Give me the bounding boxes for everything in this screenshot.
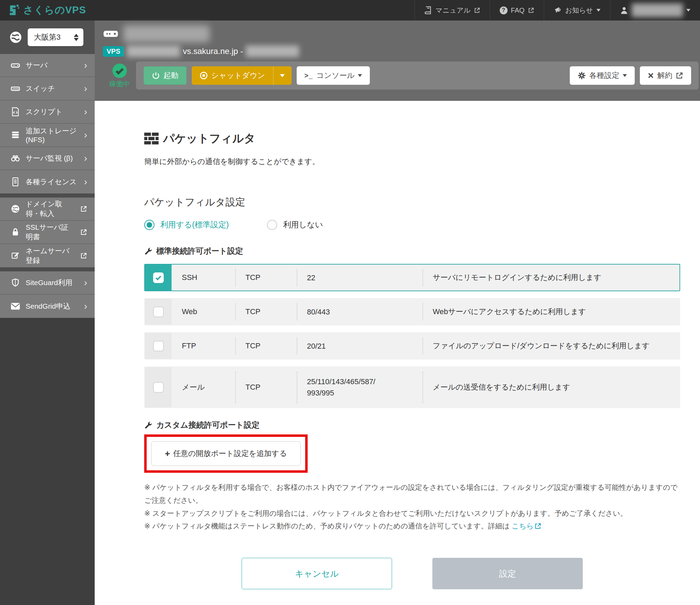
standard-ports-table: SSH TCP 22 サーバにリモートログインするために利用します bbox=[144, 264, 680, 408]
vps-badge: VPS bbox=[103, 46, 124, 57]
brick-wall-icon bbox=[144, 133, 159, 145]
port-numbers: 20/21 bbox=[297, 333, 422, 359]
sidebar-item-nameserver[interactable]: ネームサーバ登録 bbox=[0, 244, 95, 267]
topbar: さくらのVPS マニュアル FAQ bbox=[0, 0, 700, 21]
faq-label: FAQ bbox=[511, 6, 525, 14]
edit-icon bbox=[10, 251, 21, 260]
port-row-ssh[interactable]: SSH TCP 22 サーバにリモートログインするために利用します bbox=[144, 264, 680, 291]
news-menu[interactable]: お知らせ bbox=[544, 0, 610, 21]
chevron-down-icon bbox=[596, 9, 601, 12]
settings-button[interactable]: 各種設定 bbox=[570, 66, 635, 85]
server-toolbar: 稼働中 起動 bbox=[103, 62, 700, 90]
cancel-button[interactable]: キャンセル bbox=[242, 558, 392, 589]
redacted-server-title bbox=[123, 25, 210, 42]
sidebar-item-ssl[interactable]: SSLサーバ証明書 bbox=[0, 221, 95, 244]
checkbox-unchecked-icon[interactable] bbox=[153, 307, 164, 317]
port-row-mail[interactable]: メール TCP 25/110/143/465/587/993/995 メールの送… bbox=[144, 366, 680, 408]
console-button[interactable]: コンソール bbox=[297, 66, 370, 85]
shutdown-menu-button[interactable] bbox=[273, 66, 292, 85]
brand-logo-icon bbox=[7, 4, 20, 17]
gear-icon bbox=[578, 71, 586, 80]
plus-icon bbox=[165, 449, 170, 458]
note-2: ※ スタートアップスクリプトをご利用の場合には、パケットフィルタと合わせてご利用… bbox=[144, 507, 680, 520]
port-numbers: 25/110/143/465/587/993/995 bbox=[297, 367, 422, 407]
sidebar-item-licenses[interactable]: 各種ライセンス bbox=[0, 170, 95, 193]
app-body: 大阪第3 サーバ bbox=[0, 21, 700, 605]
sidebar-item-storage[interactable]: 追加ストレージ(NFS) bbox=[0, 124, 95, 147]
port-description: Webサーバにアクセスするために利用します bbox=[422, 299, 679, 325]
footer-actions: キャンセル 設定 bbox=[144, 558, 680, 589]
chevron-down-icon bbox=[623, 74, 627, 77]
mail-checkbox-cell[interactable] bbox=[145, 367, 172, 407]
external-link-icon bbox=[676, 72, 683, 79]
shutdown-button[interactable]: シャットダウン bbox=[192, 66, 273, 85]
filter-settings-heading: パケットフィルタ設定 bbox=[144, 196, 680, 209]
ftp-checkbox-cell[interactable] bbox=[145, 333, 172, 359]
sidebar-item-sendgrid[interactable]: SendGrid申込 bbox=[0, 295, 95, 318]
port-name: Web bbox=[172, 299, 235, 325]
radio-unselected-icon bbox=[267, 220, 277, 230]
web-checkbox-cell[interactable] bbox=[145, 299, 172, 325]
sidebar-item-script[interactable]: スクリプト bbox=[0, 100, 95, 124]
check-circle-icon bbox=[112, 63, 127, 79]
external-link-icon bbox=[474, 7, 480, 13]
shield-icon bbox=[10, 278, 21, 287]
port-protocol: TCP bbox=[235, 265, 297, 291]
checkbox-checked-icon[interactable] bbox=[153, 272, 164, 283]
action-strip: 起動 シャットダウン bbox=[136, 62, 699, 90]
radio-use-filter[interactable]: 利用する(標準設定) bbox=[144, 219, 229, 230]
chevron-right-icon bbox=[84, 107, 87, 117]
terminal-icon bbox=[305, 72, 313, 80]
sidebar-group-main: サーバ スイッチ bbox=[0, 54, 95, 193]
sidebar-gap bbox=[0, 267, 95, 271]
server-status: 稼働中 bbox=[103, 63, 136, 89]
page: さくらのVPS マニュアル FAQ bbox=[0, 0, 700, 605]
script-file-icon bbox=[10, 107, 21, 117]
radio-selected-icon bbox=[144, 220, 154, 230]
sidebar-fill bbox=[0, 318, 95, 605]
checkbox-unchecked-icon[interactable] bbox=[153, 382, 164, 393]
port-name: FTP bbox=[172, 333, 235, 359]
manual-link[interactable]: マニュアル bbox=[415, 0, 489, 21]
sidebar-item-siteguard[interactable]: SiteGuard利用 bbox=[0, 271, 95, 295]
chevron-right-icon bbox=[84, 278, 87, 287]
add-custom-port-button[interactable]: 任意の開放ポート設定を追加する bbox=[151, 441, 301, 466]
port-description: メールの送受信をするために利用します bbox=[422, 367, 679, 407]
port-numbers: 80/443 bbox=[297, 299, 422, 325]
redacted-username bbox=[632, 3, 683, 17]
question-icon bbox=[500, 6, 508, 14]
checkbox-unchecked-icon[interactable] bbox=[153, 341, 164, 351]
ssh-checkbox-cell[interactable] bbox=[145, 265, 172, 291]
port-row-web[interactable]: Web TCP 80/443 Webサーバにアクセスするために利用します bbox=[144, 298, 680, 325]
submit-button[interactable]: 設定 bbox=[432, 558, 583, 589]
port-row-ftp[interactable]: FTP TCP 20/21 ファイルのアップロード/ダウンロードをするために利用… bbox=[144, 332, 680, 360]
server-header: VPS vs.sakura.ne.jp - 稼働中 bbox=[95, 21, 700, 101]
port-description: ファイルのアップロード/ダウンロードをするために利用します bbox=[422, 333, 679, 359]
brand-name: さくらのVPS bbox=[23, 3, 86, 17]
sidebar-item-server[interactable]: サーバ bbox=[0, 54, 95, 77]
details-link[interactable]: こちら bbox=[512, 520, 541, 533]
sidebar-group-addons: SiteGuard利用 SendGrid申込 bbox=[0, 271, 95, 318]
topnav: マニュアル FAQ bbox=[415, 0, 700, 21]
region-select[interactable]: 大阪第3 bbox=[28, 28, 83, 46]
cancel-contract-button[interactable]: 解約 bbox=[640, 66, 691, 85]
sidebar-item-domain[interactable]: ドメイン取得・転入 bbox=[0, 198, 95, 221]
sidebar-gap bbox=[0, 193, 95, 198]
start-button[interactable]: 起動 bbox=[144, 66, 187, 85]
server-title-row bbox=[103, 25, 700, 43]
binoculars-icon bbox=[10, 154, 21, 163]
wrench-icon bbox=[144, 421, 152, 429]
sidebar-item-switch[interactable]: スイッチ bbox=[0, 77, 95, 100]
main: VPS vs.sakura.ne.jp - 稼働中 bbox=[95, 21, 700, 605]
faq-link[interactable]: FAQ bbox=[490, 0, 544, 21]
radio-no-filter[interactable]: 利用しない bbox=[267, 219, 323, 230]
account-menu[interactable] bbox=[610, 0, 700, 21]
power-icon bbox=[152, 71, 160, 80]
sidebar: 大阪第3 サーバ bbox=[0, 21, 95, 605]
chevron-right-icon bbox=[84, 60, 87, 70]
port-description: サーバにリモートログインするために利用します bbox=[422, 265, 679, 291]
region-row: 大阪第3 bbox=[0, 21, 95, 54]
sidebar-item-monitoring[interactable]: サーバ監視 (β) bbox=[0, 147, 95, 170]
external-link-icon bbox=[80, 205, 87, 212]
notes: ※ パケットフィルタを利用する場合で、お客様のホスト内でファイアウォールの設定を… bbox=[144, 481, 680, 533]
